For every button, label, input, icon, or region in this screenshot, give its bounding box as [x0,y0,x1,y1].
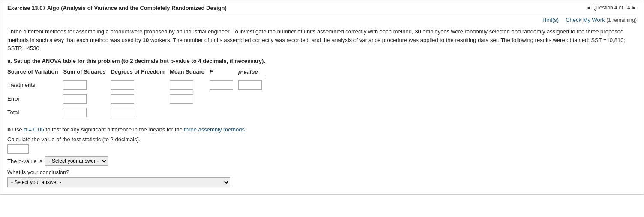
treatments-ms-input[interactable] [170,80,193,90]
total-dof [111,106,170,119]
error-ss-input[interactable] [63,94,87,104]
treatments-pvalue [238,77,267,92]
anova-table: Source of Variation Sum of Squares Degre… [7,67,267,119]
header-row: Exercise 13.07 Algo (Analysis of Varianc… [7,5,637,14]
pvalue-select[interactable]: - Select your answer - less than .01 bet… [45,156,108,166]
col-mean-sq: Mean Square [170,67,210,77]
part-a-letter: a. [7,58,12,64]
bold1: 30 [415,28,421,35]
error-dof-input[interactable] [111,94,134,104]
part-b-text3: three assembly methods. [184,126,246,133]
total-dof-input[interactable] [111,108,134,117]
part-b-text1: Use [12,126,24,133]
treatments-f-input[interactable] [210,80,233,90]
check-work-area: Check My Work (1 remaining) [566,17,637,23]
col-pvalue: p-value [238,67,267,77]
treatments-dof-input[interactable] [111,80,134,90]
conclusion-select[interactable]: - Select your answer - Reject H0. There … [7,177,230,187]
col-source: Source of Variation [7,67,63,77]
hint-link[interactable]: Hint(s) [542,17,559,23]
hint-row: Hint(s) Check My Work (1 remaining) [7,17,637,23]
total-ms-empty [170,106,210,119]
error-ss [63,92,111,106]
total-ss-input[interactable] [63,108,87,117]
problem-text1: Three different methods for assembling a… [7,28,415,35]
total-label: Total [7,106,63,119]
error-label: Error [7,92,63,106]
table-row-error: Error [7,92,267,106]
col-f: F [210,67,238,77]
test-stat-input[interactable] [7,144,29,154]
part-b-text2: to test for any significant difference i… [44,126,184,133]
error-pvalue-empty [238,92,267,106]
page-container: Exercise 13.07 Algo (Analysis of Varianc… [0,0,644,195]
treatments-ss [63,77,111,92]
conclusion-label: What is your conclusion? [7,169,637,175]
pvalue-row: The p-value is - Select your answer - le… [7,156,637,166]
part-b-label: b. [7,126,12,133]
total-pvalue-empty [238,106,267,119]
col-dof: Degrees of Freedom [111,67,170,77]
part-b-alpha: α = 0.05 [24,126,44,133]
problem-text: Three different methods for assembling a… [7,27,637,53]
part-a-text: Set up the ANOVA table for this problem … [13,58,265,64]
anova-header-row: Source of Variation Sum of Squares Degre… [7,67,267,77]
treatments-f [210,77,238,92]
part-a-label: a. Set up the ANOVA table for this probl… [7,58,637,64]
bold2: 10 [143,37,149,43]
part-b-section: b.Use α = 0.05 to test for any significa… [7,125,637,188]
part-b-text: b.Use α = 0.05 to test for any significa… [7,125,637,134]
pvalue-label: The p-value is [7,158,42,164]
treatments-label: Treatments [7,77,63,92]
exercise-title: Exercise 13.07 Algo (Analysis of Varianc… [7,5,227,11]
error-ms [170,92,210,106]
treatments-dof [111,77,170,92]
check-my-work-link[interactable]: Check My Work [566,17,605,23]
question-nav: ◄ Question 4 of 14 ► [586,5,637,11]
total-ss [63,106,111,119]
total-f-empty [210,106,238,119]
table-row-total: Total [7,106,267,119]
error-ms-input[interactable] [170,94,193,104]
treatments-ss-input[interactable] [63,80,87,90]
remaining-text: (1 remaining) [606,17,637,23]
treatments-ms [170,77,210,92]
error-dof [111,92,170,106]
treatments-pvalue-input[interactable] [238,80,262,90]
col-sum-sq: Sum of Squares [63,67,111,77]
error-f-empty [210,92,238,106]
table-row-treatments: Treatments [7,77,267,92]
calc-label: Calculate the value of the test statisti… [7,136,637,143]
